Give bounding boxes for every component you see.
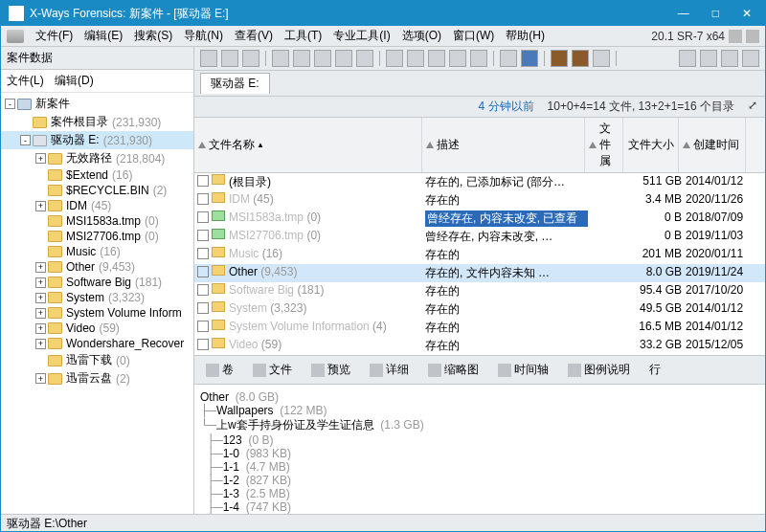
table-row[interactable]: System Volume Information (4)存在的16.5 MB2…: [194, 319, 765, 337]
menu-tools[interactable]: 工具(T): [279, 26, 327, 46]
tool-dir[interactable]: [386, 50, 403, 67]
expand-toggle[interactable]: +: [35, 323, 46, 334]
tree-item[interactable]: +Video (59): [1, 321, 193, 336]
dtab-leg[interactable]: 图例说明: [562, 360, 636, 380]
col-date[interactable]: 创建时间: [679, 118, 746, 172]
left-file-menu[interactable]: 文件(L): [7, 74, 44, 87]
table-row[interactable]: MSI1583a.tmp (0)曾经存在, 内容未改变, 已查看0 B2018/…: [194, 210, 765, 228]
tool-search2[interactable]: [572, 50, 589, 67]
col-size[interactable]: 文件大小: [623, 118, 679, 172]
expand-toggle[interactable]: -: [20, 135, 31, 145]
close-button[interactable]: ✕: [736, 5, 757, 22]
row-checkbox[interactable]: [197, 211, 209, 223]
table-row[interactable]: Other (9,453)存在的, 文件内容未知 …8.0 GB2019/11/…: [194, 264, 765, 282]
col-desc[interactable]: 描述: [422, 118, 585, 172]
tool-new[interactable]: [200, 50, 217, 67]
detail-body[interactable]: Other (8.0 GB)├─Wallpapers (122 MB)└─上w套…: [194, 385, 765, 514]
row-checkbox[interactable]: [197, 193, 209, 205]
row-checkbox[interactable]: [197, 175, 209, 187]
drive-icon[interactable]: [7, 30, 24, 43]
row-checkbox[interactable]: [197, 321, 209, 332]
close-child-icon[interactable]: [746, 30, 759, 43]
tool-print[interactable]: [335, 50, 352, 67]
menu-options[interactable]: 选项(O): [396, 26, 447, 46]
table-row[interactable]: IDM (45)存在的3.4 MB2020/11/26: [194, 191, 765, 210]
dtab-tl[interactable]: 时间轴: [492, 360, 554, 380]
tool-save[interactable]: [242, 50, 259, 67]
expand-toggle[interactable]: +: [35, 293, 46, 303]
expand-toggle[interactable]: +: [35, 308, 46, 319]
tree-item[interactable]: $Extend (16): [1, 167, 193, 183]
tree-item[interactable]: +无效路径 (218,804): [1, 149, 193, 167]
tool-device[interactable]: [293, 50, 310, 67]
tool-nav-prev[interactable]: [721, 50, 738, 67]
expand-toggle[interactable]: +: [35, 262, 46, 273]
minimize-button[interactable]: —: [672, 5, 695, 22]
tool-list[interactable]: [407, 50, 424, 67]
filter-icon[interactable]: [426, 142, 434, 148]
tree-item[interactable]: 迅雷下载 (0): [1, 351, 193, 369]
filter-icon[interactable]: [589, 142, 597, 148]
menu-edit[interactable]: 编辑(E): [79, 26, 128, 46]
tool-nav-fwd[interactable]: [700, 50, 717, 67]
expand-toggle[interactable]: -: [5, 99, 15, 109]
table-row[interactable]: Music (16)存在的201 MB2020/01/11: [194, 246, 765, 264]
dtab-prev[interactable]: 预览: [305, 360, 356, 380]
table-row[interactable]: Software Big (181)存在的95.4 GB2017/10/20: [194, 282, 765, 300]
maximize-button[interactable]: □: [707, 5, 725, 22]
tool-gallery[interactable]: [428, 50, 445, 67]
tool-hex[interactable]: [593, 50, 610, 67]
dtab-vol[interactable]: 卷: [200, 360, 239, 380]
tree-item[interactable]: MSI1583a.tmp (0): [1, 213, 193, 229]
restore-icon[interactable]: [729, 30, 742, 43]
file-list[interactable]: (根目录) 存在的, 已添加标记 (部分…511 GB2014/01/12IDM…: [194, 173, 765, 355]
menu-search[interactable]: 搜索(S): [128, 26, 178, 46]
row-checkbox[interactable]: [197, 230, 209, 241]
row-checkbox[interactable]: [197, 248, 209, 259]
tool-nav-back[interactable]: [679, 50, 696, 67]
row-checkbox[interactable]: [197, 339, 209, 350]
dtab-det[interactable]: 详细: [364, 360, 415, 380]
tree-item[interactable]: +迅雷云盘 (2): [1, 369, 193, 388]
tree-item[interactable]: +Software Big (181): [1, 275, 193, 290]
tree-item[interactable]: Music (16): [1, 244, 193, 259]
filter-icon[interactable]: [198, 142, 206, 148]
dtab-row[interactable]: 行: [643, 360, 666, 380]
menu-nav[interactable]: 导航(N): [178, 26, 229, 46]
tool-open[interactable]: [221, 50, 238, 67]
tool-props[interactable]: [356, 50, 373, 67]
tool-sync[interactable]: [470, 50, 487, 67]
tool-rvs[interactable]: [500, 50, 517, 67]
row-checkbox[interactable]: [197, 266, 209, 277]
expand-toggle[interactable]: +: [35, 201, 46, 211]
tool-image[interactable]: [272, 50, 289, 67]
table-row[interactable]: Video (59)存在的33.2 GB2015/12/05: [194, 337, 765, 355]
tool-memory[interactable]: [314, 50, 331, 67]
tree-item[interactable]: +System (3,323): [1, 290, 193, 305]
table-row[interactable]: MSI27706.tmp (0)曾经存在, 内容未改变, …0 B2019/11…: [194, 228, 765, 246]
menu-help[interactable]: 帮助(H): [500, 26, 551, 46]
row-checkbox[interactable]: [197, 284, 209, 296]
tool-data[interactable]: [521, 50, 538, 67]
drive-tab[interactable]: 驱动器 E:: [200, 73, 270, 94]
dtab-file[interactable]: 文件: [247, 360, 298, 380]
tree-item[interactable]: +Other (9,453): [1, 259, 193, 275]
case-tree[interactable]: -新案件 案件根目录 (231,930)-驱动器 E: (231,930)+无效…: [1, 93, 193, 514]
expand-toggle[interactable]: +: [35, 339, 46, 349]
tree-item[interactable]: +Wondershare_Recover: [1, 336, 193, 351]
table-row[interactable]: System (3,323)存在的49.5 GB2014/01/12: [194, 300, 765, 319]
tree-item[interactable]: $RECYCLE.BIN (2): [1, 183, 193, 198]
col-name[interactable]: 文件名称▲: [194, 118, 422, 172]
menu-file[interactable]: 文件(F): [30, 26, 79, 46]
tree-item[interactable]: +System Volume Inform: [1, 305, 193, 321]
tool-cal[interactable]: [449, 50, 466, 67]
expand-toggle[interactable]: +: [35, 153, 46, 164]
left-edit-menu[interactable]: 编辑(D): [55, 74, 94, 87]
tree-item[interactable]: -新案件: [1, 95, 193, 113]
row-checkbox[interactable]: [197, 302, 209, 314]
col-attr[interactable]: 文件属: [585, 118, 623, 172]
info-icon[interactable]: ⤢: [748, 99, 757, 115]
table-row[interactable]: (根目录) 存在的, 已添加标记 (部分…511 GB2014/01/12: [194, 173, 765, 191]
menu-view[interactable]: 查看(V): [229, 26, 279, 46]
filter-icon[interactable]: [683, 142, 690, 148]
